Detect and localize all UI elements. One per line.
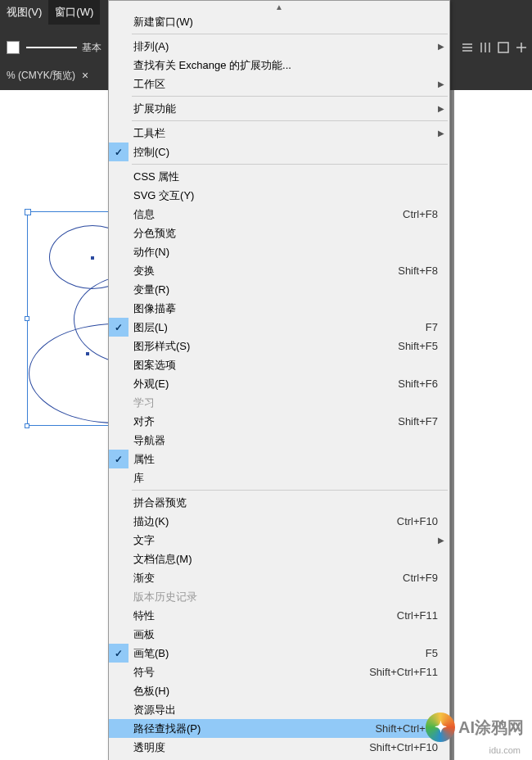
menu-transparency[interactable]: 透明度Shift+Ctrl+F10 — [109, 738, 449, 757]
menu-separator — [132, 96, 448, 97]
menu-control[interactable]: ✓控制(C) — [109, 142, 449, 161]
menu-item-shortcut: Shift+F7 — [398, 415, 438, 428]
menu-arrange[interactable]: 排列(A)▶ — [109, 37, 449, 56]
menu-align[interactable]: 对齐Shift+F7 — [109, 412, 449, 431]
menu-separator — [132, 34, 448, 34]
align-icon-4[interactable] — [514, 40, 529, 55]
submenu-arrow-icon: ▶ — [438, 79, 444, 88]
menu-links[interactable]: 链接(I) — [109, 757, 449, 760]
menu-item-label: 符号 — [133, 665, 369, 680]
menu-workspace[interactable]: 工作区▶ — [109, 75, 449, 93]
menu-transform[interactable]: 变换Shift+F8 — [109, 261, 449, 280]
menu-stroke[interactable]: 描边(K)Ctrl+F10 — [109, 512, 449, 531]
menu-layers[interactable]: ✓图层(L)F7 — [109, 318, 449, 337]
submenu-arrow-icon: ▶ — [438, 536, 444, 545]
menubar-view[interactable]: 视图(V) — [0, 0, 48, 25]
menu-doc-info[interactable]: 文档信息(M) — [109, 550, 449, 568]
menu-artboards[interactable]: 画板 — [109, 625, 449, 644]
menu-item-label: 对齐 — [133, 414, 398, 429]
menu-item-label: 拼合器预览 — [133, 495, 438, 510]
menu-info[interactable]: 信息Ctrl+F8 — [109, 205, 449, 224]
menu-gradient[interactable]: 渐变Ctrl+F9 — [109, 568, 449, 587]
menu-libraries[interactable]: 库 — [109, 468, 449, 487]
menu-item-label: 画笔(B) — [133, 646, 426, 661]
window-menu-dropdown: ▲ 新建窗口(W)排列(A)▶查找有关 Exchange 的扩展功能...工作区… — [108, 0, 450, 760]
menu-symbols[interactable]: 符号Shift+Ctrl+F11 — [109, 663, 449, 681]
watermark-sub: idu.com — [489, 745, 521, 755]
fill-swatch[interactable] — [7, 41, 20, 54]
document-tab[interactable]: % (CMYK/预览) × — [0, 66, 95, 85]
menu-item-label: 描边(K) — [133, 514, 397, 529]
menu-item-shortcut: Shift+F5 — [398, 340, 438, 352]
menu-item-label: 动作(N) — [133, 245, 438, 260]
menu-swatches[interactable]: 色板(H) — [109, 681, 449, 700]
menu-item-label: 路径查找器(P) — [133, 722, 375, 736]
menu-navigator[interactable]: 导航器 — [109, 431, 449, 450]
menu-item-shortcut: F7 — [426, 321, 438, 333]
menu-item-label: 变量(R) — [133, 283, 438, 297]
menu-appearance[interactable]: 外观(E)Shift+F6 — [109, 374, 449, 393]
menu-new-window[interactable]: 新建窗口(W) — [109, 12, 449, 31]
watermark-text: AI涂鸦网 — [458, 717, 524, 739]
menu-item-label: 工具栏 — [133, 126, 438, 141]
menu-item-label: 透明度 — [133, 740, 369, 755]
menu-separator — [132, 490, 448, 491]
menu-item-label: 新建窗口(W) — [133, 15, 438, 29]
menu-item-label: 文字 — [133, 533, 438, 548]
menu-item-label: 工作区 — [133, 77, 438, 92]
menu-pattern-options[interactable]: 图案选项 — [109, 355, 449, 374]
checkmark-icon: ✓ — [109, 318, 128, 337]
menu-item-label: 学习 — [133, 396, 438, 410]
menu-item-label: 文档信息(M) — [133, 552, 438, 567]
anchor-point[interactable] — [91, 256, 94, 260]
menu-flattener[interactable]: 拼合器预览 — [109, 493, 449, 512]
menu-version-history: 版本历史记录 — [109, 587, 449, 606]
menu-scroll-up-icon[interactable]: ▲ — [109, 1, 449, 12]
submenu-arrow-icon: ▶ — [438, 104, 444, 113]
menu-toolbars[interactable]: 工具栏▶ — [109, 124, 449, 142]
menu-brushes[interactable]: ✓画笔(B)F5 — [109, 644, 449, 663]
menu-item-label: CSS 属性 — [133, 170, 438, 184]
submenu-arrow-icon: ▶ — [438, 42, 444, 51]
align-icon-1[interactable] — [460, 40, 475, 55]
menu-item-shortcut: Shift+Ctrl+F10 — [369, 741, 438, 753]
svg-rect-0 — [498, 43, 508, 52]
menu-item-label: SVG 交互(Y) — [133, 188, 438, 203]
menu-css-props[interactable]: CSS 属性 — [109, 167, 449, 186]
menu-item-label: 变换 — [133, 264, 398, 278]
submenu-arrow-icon: ▶ — [438, 129, 444, 138]
menu-item-shortcut: Shift+F8 — [398, 265, 438, 277]
menu-separations[interactable]: 分色预览 — [109, 224, 449, 242]
menu-item-shortcut: F5 — [426, 647, 438, 659]
stroke-preview[interactable] — [26, 47, 77, 48]
menu-separator — [132, 120, 448, 121]
checkmark-icon: ✓ — [109, 644, 128, 663]
menu-asset-export[interactable]: 资源导出 — [109, 700, 449, 719]
anchor-point[interactable] — [86, 352, 89, 355]
watermark-logo-icon: ✦ — [426, 712, 455, 742]
menubar-window[interactable]: 窗口(W) — [48, 0, 100, 25]
watermark: ✦ AI涂鸦网 — [426, 712, 524, 742]
menu-svg-interactivity[interactable]: SVG 交互(Y) — [109, 186, 449, 205]
menu-type[interactable]: 文字▶ — [109, 531, 449, 550]
menu-item-shortcut: Shift+F6 — [398, 378, 438, 390]
menu-item-label: 资源导出 — [133, 703, 438, 717]
menu-item-label: 图形样式(S) — [133, 339, 398, 354]
menu-variables[interactable]: 变量(R) — [109, 280, 449, 299]
menu-properties[interactable]: ✓属性 — [109, 450, 449, 468]
menu-actions[interactable]: 动作(N) — [109, 242, 449, 261]
align-icon-2[interactable] — [478, 40, 493, 55]
menu-item-label: 扩展功能 — [133, 102, 438, 116]
menu-item-label: 版本历史记录 — [133, 590, 438, 604]
menu-pathfinder[interactable]: 路径查找器(P)Shift+Ctrl+F9 — [109, 719, 449, 738]
align-icon-3[interactable] — [496, 40, 511, 55]
menu-graphic-styles[interactable]: 图形样式(S)Shift+F5 — [109, 337, 449, 355]
menu-item-label: 信息 — [133, 207, 403, 222]
menu-item-label: 图层(L) — [133, 320, 426, 335]
menu-image-trace[interactable]: 图像描摹 — [109, 299, 449, 318]
menu-extensions[interactable]: 扩展功能▶ — [109, 99, 449, 118]
menu-exchange-ext[interactable]: 查找有关 Exchange 的扩展功能... — [109, 56, 449, 75]
menu-attributes[interactable]: 特性Ctrl+F11 — [109, 606, 449, 625]
close-tab-icon[interactable]: × — [82, 69, 88, 82]
menu-item-shortcut: Ctrl+F10 — [397, 515, 438, 527]
